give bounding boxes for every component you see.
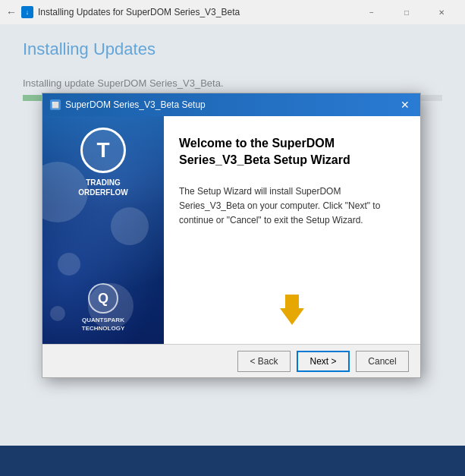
dialog-close-button[interactable]: ✕ <box>397 97 413 112</box>
logo-circle: T <box>80 128 126 173</box>
dialog-title-text: SuperDOM Series_V3_Beta Setup <box>65 99 206 110</box>
main-content: Installing Updates Installing update Sup… <box>0 24 465 446</box>
dialog-body: T TRADING ORDERFLOW Q QUANTSPARK <box>42 116 420 344</box>
window-title: Installing Updates for SuperDOM Series_V… <box>38 7 240 17</box>
outer-window: ← ↓ Installing Updates for SuperDOM Seri… <box>0 0 465 476</box>
welcome-title: Welcome to the SuperDOM Series_V3_Beta S… <box>179 135 405 169</box>
down-arrow-container <box>280 295 304 325</box>
brand-name: TRADING ORDERFLOW <box>78 178 128 197</box>
next-button[interactable]: Next > <box>297 351 350 372</box>
dialog-title-bar: ⬜ SuperDOM Series_V3_Beta Setup ✕ <box>42 93 420 116</box>
back-button[interactable]: < Back <box>237 351 291 372</box>
back-arrow-icon[interactable]: ← <box>6 6 17 18</box>
app-icon: ↓ <box>21 6 33 18</box>
arrow-indicator-area <box>179 287 405 333</box>
close-button[interactable]: ✕ <box>424 0 459 24</box>
dialog-left-panel: T TRADING ORDERFLOW Q QUANTSPARK <box>42 116 164 344</box>
setup-dialog: ⬜ SuperDOM Series_V3_Beta Setup ✕ <box>42 93 421 378</box>
maximize-button[interactable]: □ <box>389 0 424 24</box>
quant-letter: Q <box>98 291 108 307</box>
cancel-button[interactable]: Cancel <box>356 351 409 372</box>
dialog-icon: ⬜ <box>50 99 61 110</box>
welcome-description: The Setup Wizard will install SuperDOM S… <box>179 184 405 287</box>
window-controls: − □ ✕ <box>354 0 459 24</box>
arrow-head-icon <box>280 308 304 325</box>
title-bar: ← ↓ Installing Updates for SuperDOM Seri… <box>0 0 465 24</box>
dialog-footer: < Back Next > Cancel <box>42 344 420 377</box>
taskbar <box>0 446 465 476</box>
dialog-right-panel: Welcome to the SuperDOM Series_V3_Beta S… <box>164 116 420 344</box>
quant-name: QUANTSPARK TECHNOLOGY <box>82 317 124 333</box>
quantspark-logo: Q QUANTSPARK TECHNOLOGY <box>50 283 156 333</box>
trading-orderflow-logo: T TRADING ORDERFLOW <box>50 128 156 197</box>
minimize-button[interactable]: − <box>354 0 389 24</box>
quant-logo-circle: Q <box>88 283 118 314</box>
logo-letter: T <box>96 138 109 162</box>
